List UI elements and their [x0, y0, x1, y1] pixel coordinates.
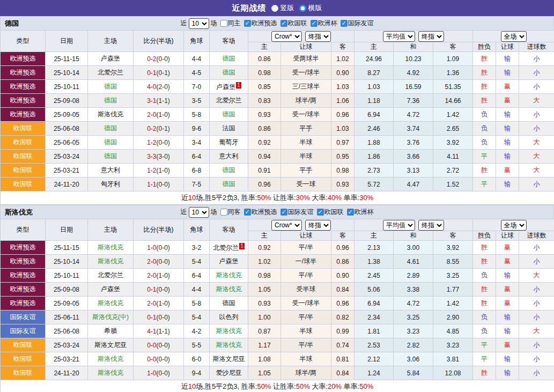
match-row: 欧洲预选 25-11-15 卢森堡 0-2(0-0) 4-4 德国 0.86 受… — [1, 52, 554, 66]
summary-segment: 10 — [188, 194, 196, 202]
layout-option-vertical[interactable]: 竖版 — [271, 3, 294, 13]
league-filter-label: 欧洲预选 — [252, 19, 277, 28]
half-time-score: (0-0) — [157, 286, 170, 293]
full-time-score: 2-0 — [147, 300, 156, 307]
league-filter-checkbox[interactable]: 欧洲预选 — [244, 19, 277, 28]
avg-home-odds: 24.96 — [354, 52, 394, 66]
home-team: 斯洛文尼亚 — [94, 341, 127, 349]
avg-home-odds: 5.06 — [354, 283, 394, 297]
avg-away-odds: 51.35 — [433, 80, 473, 94]
result-win-draw-loss: 胜 — [473, 164, 496, 177]
full-time-score: 1-2 — [147, 167, 156, 174]
summary-segment: 大率: — [310, 382, 328, 390]
results-table: 类型 日期 主场 比分(半场) 角球 客场 Crow* 终指 平均值 — [0, 219, 554, 392]
result-handicap: 输 — [496, 177, 519, 191]
checkbox-unchecked-icon — [220, 20, 227, 27]
match-count-select[interactable]: 10 — [189, 18, 209, 29]
scope-select[interactable]: 全场 — [501, 31, 527, 42]
result-group-header: 全场 — [473, 219, 554, 231]
result-win-draw-loss: 胜 — [473, 283, 496, 297]
handicap-line: 平/半 — [281, 241, 331, 255]
games-label: 场 — [211, 208, 217, 217]
summary-segment: 50% — [359, 382, 373, 390]
col-header-score: 比分(半场) — [134, 31, 184, 52]
bookmaker-select[interactable]: Crow* — [271, 220, 302, 231]
home-team: 德国 — [104, 124, 117, 132]
handicap-home-odds: 0.93 — [248, 108, 281, 122]
result-goals: 小 — [519, 177, 554, 191]
full-time-score: 0-0 — [147, 342, 156, 349]
same-venue-checkbox[interactable]: 同主 — [220, 19, 241, 28]
avg-draw-odds: 16.59 — [394, 80, 433, 94]
corner-count: 4-2 — [184, 324, 210, 338]
handicap-home-odds: 1.17 — [248, 338, 281, 352]
avg-draw-odds: 4.61 — [394, 255, 433, 269]
away-team: 意大利 — [219, 152, 239, 160]
avg-away-odds: 14.66 — [433, 94, 473, 108]
radio-unselected-icon[interactable] — [299, 5, 306, 12]
odds-stage-select[interactable]: 终指 — [305, 220, 331, 231]
avg-draw-odds: 3.76 — [394, 136, 433, 150]
handicap-home-odds: 1.05 — [248, 366, 281, 380]
odds-source-select[interactable]: 平均值 — [383, 31, 415, 42]
layout-option-horizontal[interactable]: 横版 — [299, 3, 322, 13]
odds-stage-select[interactable]: 终指 — [418, 220, 444, 231]
match-row: 欧国联 24-11-20 斯洛伐克 1-0(0-0) 9-4 爱沙尼亚 1.05… — [1, 366, 554, 380]
league-filter-checkbox[interactable]: 欧洲杯 — [311, 19, 337, 28]
match-type-badge: 欧洲预选 — [1, 297, 46, 310]
match-date: 25-11-15 — [46, 52, 88, 66]
summary-segment: 场,胜5平2负3, 胜率: — [196, 382, 257, 390]
league-filter-checkbox[interactable]: 欧国联 — [280, 19, 307, 28]
odds-stage-select[interactable]: 终指 — [305, 31, 331, 42]
full-time-score: 2-0 — [147, 272, 156, 279]
league-filter-checkbox[interactable]: 国际友谊 — [280, 208, 314, 217]
result-handicap: 输 — [496, 108, 519, 122]
subcol-result-handicap: 让球 — [496, 231, 519, 241]
result-win-draw-loss: 负 — [473, 122, 496, 136]
radio-selected-icon[interactable] — [271, 5, 278, 12]
match-type-badge: 欧洲预选 — [1, 255, 46, 269]
league-filter-checkbox[interactable]: 欧国联 — [317, 208, 344, 217]
handicap-away-odds: 0.95 — [331, 150, 354, 164]
handicap-line: 半球 — [281, 324, 331, 338]
corner-count: 4-5 — [184, 66, 210, 80]
league-filter-checkbox[interactable]: 欧洲杯 — [347, 208, 374, 217]
col-header-corner: 角球 — [184, 31, 210, 52]
same-venue-checkbox[interactable]: 同客 — [220, 208, 241, 217]
league-filter-label: 欧洲杯 — [318, 19, 337, 28]
odds-stage-select[interactable]: 终指 — [418, 31, 444, 42]
away-team: 卢森堡 — [219, 257, 239, 265]
subcol-handicap-home: 主 — [248, 42, 281, 52]
full-time-score: 0-2 — [147, 55, 156, 63]
match-row: 欧洲预选 25-10-14 北爱尔兰 0-1(0-1) 4-5 德国 0.98 … — [1, 66, 554, 80]
avg-away-odds: 8.55 — [433, 255, 473, 269]
checkbox-checked-icon — [280, 20, 287, 27]
match-row: 欧洲预选 25-10-11 北爱尔兰 2-0(1-0) 6-4 斯洛伐克 0.9… — [1, 269, 554, 283]
half-time-score: (0-0) — [157, 314, 170, 321]
corner-count: 9-4 — [184, 366, 210, 380]
avg-away-odds: 2.72 — [433, 164, 473, 177]
scope-select[interactable]: 全场 — [501, 220, 527, 231]
away-team: 斯洛文尼亚 — [213, 355, 245, 363]
match-date: 25-11-15 — [46, 241, 88, 255]
handicap-away-odds: 0.96 — [331, 108, 354, 122]
result-handicap: 赢 — [496, 338, 519, 352]
match-count-select[interactable]: 10 — [189, 207, 209, 218]
handicap-away-odds: 0.97 — [331, 136, 354, 150]
near-label: 近 — [181, 208, 187, 217]
avg-draw-odds: 3.23 — [394, 324, 433, 338]
half-time-score: (1-0) — [157, 272, 170, 279]
avg-away-odds: 3.92 — [433, 136, 473, 150]
match-row: 欧洲预选 25-10-11 德国 4-0(2-0) 7-0 卢森堡1 0.85 … — [1, 80, 554, 94]
odds-source-select[interactable]: 平均值 — [383, 220, 415, 231]
result-handicap: 输 — [496, 150, 519, 164]
half-time-score: (0-0) — [157, 181, 170, 188]
league-filter-checkbox[interactable]: 国际友谊 — [341, 19, 374, 28]
bookmaker-select[interactable]: Crow* — [271, 31, 302, 42]
summary-segment: 50% — [257, 382, 271, 390]
result-handicap: 输 — [496, 366, 519, 380]
subcol-handicap-line: 让球 — [281, 231, 331, 241]
league-filter-checkbox[interactable]: 欧洲预选 — [244, 208, 277, 217]
match-type-badge: 欧洲预选 — [1, 80, 46, 94]
match-type-badge: 欧洲预选 — [1, 283, 46, 297]
